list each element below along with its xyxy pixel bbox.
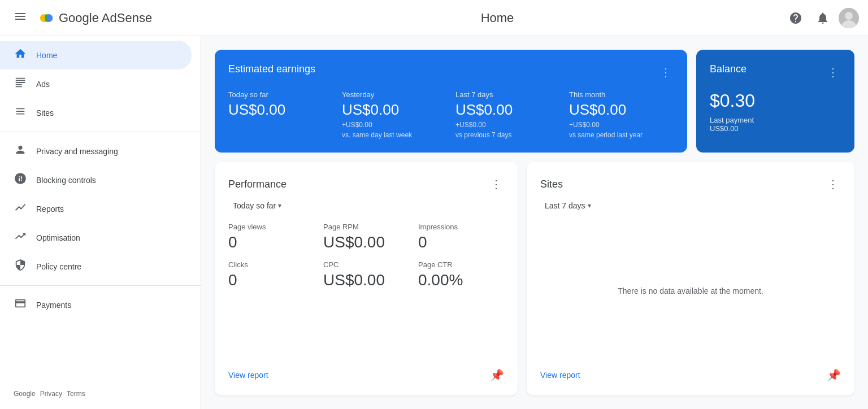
metric-impressions-value: 0 — [418, 233, 504, 251]
metric-impressions-label: Impressions — [418, 223, 504, 231]
metric-clicks-label: Clicks — [228, 260, 314, 269]
help-icon[interactable] — [784, 7, 807, 29]
earnings-yesterday-label: Yesterday — [342, 90, 446, 99]
sidebar-footer: Google Privacy Terms — [0, 383, 201, 404]
sidebar-item-reports-label: Reports — [36, 204, 64, 214]
earnings-col-7days: Last 7 days US$0.00 +US$0.00 vs previous… — [455, 90, 560, 139]
sidebar-divider-1 — [0, 132, 201, 132]
sites-icon — [14, 105, 27, 120]
earnings-yesterday-sub2: vs. same day last week — [342, 131, 446, 139]
earnings-month-sub2: vs same period last year — [569, 131, 674, 139]
sidebar-item-ads-label: Ads — [36, 80, 50, 89]
earnings-7days-sub1: +US$0.00 — [455, 121, 560, 129]
sidebar-item-optimisation[interactable]: Optimisation — [0, 223, 192, 252]
earnings-yesterday-sub1: +US$0.00 — [342, 121, 446, 129]
perf-more-button[interactable]: ⋮ — [488, 175, 504, 193]
reports-icon — [14, 201, 27, 216]
logo-text: Google AdSense — [59, 11, 152, 25]
earnings-card-title: Estimated earnings — [228, 63, 315, 75]
blocking-icon — [14, 172, 27, 188]
header-right — [784, 7, 859, 29]
menu-icon[interactable] — [9, 5, 32, 31]
perf-metrics-grid: Page views 0 Page RPM US$0.00 Impression… — [228, 223, 504, 289]
header-center: Home — [210, 11, 784, 25]
sidebar-item-policy-label: Policy centre — [36, 262, 81, 271]
sidebar-item-privacy-label: Privacy and messaging — [36, 147, 118, 156]
sidebar-item-home-label: Home — [36, 51, 57, 60]
metric-page-views-label: Page views — [228, 223, 314, 231]
sites-card-header: Sites ⋮ — [540, 175, 841, 193]
balance-card-header: Balance ⋮ — [710, 63, 841, 81]
logo: Google AdSense — [38, 10, 152, 26]
earnings-today-value: US$0.00 — [228, 101, 333, 119]
sidebar-item-optimisation-label: Optimisation — [36, 233, 80, 242]
footer-privacy-link[interactable]: Privacy — [40, 390, 62, 398]
earnings-card-header: Estimated earnings ⋮ — [228, 63, 674, 81]
performance-card: Performance ⋮ Today so far ▾ Page views … — [215, 162, 518, 395]
earnings-7days-label: Last 7 days — [455, 90, 560, 99]
policy-icon — [14, 259, 27, 274]
perf-period-label: Today so far — [233, 201, 276, 210]
svg-point-4 — [845, 12, 853, 20]
sites-period-dropdown[interactable]: Last 7 days ▾ — [540, 198, 841, 214]
sidebar-item-ads[interactable]: Ads — [0, 69, 192, 98]
sidebar-item-payments-label: Payments — [36, 301, 71, 310]
earnings-month-value: US$0.00 — [569, 101, 674, 119]
estimated-earnings-card: Estimated earnings ⋮ Today so far US$0.0… — [215, 50, 687, 153]
balance-card-title: Balance — [710, 63, 747, 75]
metric-cpc-value: US$0.00 — [323, 271, 409, 289]
perf-view-report-link[interactable]: View report — [228, 371, 268, 380]
sidebar-item-sites[interactable]: Sites — [0, 98, 192, 127]
optimisation-icon — [14, 230, 27, 245]
notifications-icon[interactable] — [811, 7, 834, 29]
sidebar-item-blocking-label: Blocking controls — [36, 176, 96, 185]
perf-pin-icon[interactable]: 📌 — [490, 368, 504, 382]
earnings-7days-sub2: vs previous 7 days — [455, 131, 560, 139]
avatar[interactable] — [839, 8, 859, 28]
metric-clicks-value: 0 — [228, 271, 314, 289]
header: Google AdSense Home — [0, 0, 868, 36]
perf-period-dropdown[interactable]: Today so far ▾ — [228, 198, 504, 214]
ads-icon — [14, 76, 27, 92]
sidebar-item-payments[interactable]: Payments — [0, 290, 192, 319]
sidebar-item-privacy-messaging[interactable]: Privacy and messaging — [0, 137, 192, 166]
bottom-cards-row: Performance ⋮ Today so far ▾ Page views … — [215, 162, 854, 395]
sidebar-item-home[interactable]: Home — [0, 41, 192, 69]
earnings-yesterday-value: US$0.00 — [342, 101, 446, 119]
footer-terms-link[interactable]: Terms — [67, 390, 85, 398]
sidebar-item-sites-label: Sites — [36, 108, 54, 118]
sites-card-title: Sites — [540, 179, 563, 190]
metric-impressions: Impressions 0 — [418, 223, 504, 251]
balance-value: $0.30 — [710, 90, 841, 111]
metric-page-ctr-label: Page CTR — [418, 260, 504, 269]
earnings-7days-value: US$0.00 — [455, 101, 560, 119]
metric-page-ctr-value: 0.00% — [418, 271, 504, 289]
balance-last-payment-value: US$0.00 — [710, 124, 841, 133]
footer-google: Google — [14, 390, 36, 398]
balance-more-button[interactable]: ⋮ — [825, 63, 841, 81]
earnings-month-sub1: +US$0.00 — [569, 121, 674, 129]
sidebar-item-blocking-controls[interactable]: Blocking controls — [0, 166, 192, 194]
metric-page-rpm-value: US$0.00 — [323, 233, 409, 251]
sidebar-item-policy-centre[interactable]: Policy centre — [0, 252, 192, 281]
sites-view-report-link[interactable]: View report — [540, 371, 580, 380]
top-cards-row: Estimated earnings ⋮ Today so far US$0.0… — [215, 50, 854, 153]
sites-period-label: Last 7 days — [545, 201, 585, 210]
home-icon — [14, 47, 27, 63]
sidebar-divider-2 — [0, 285, 201, 286]
earnings-today-label: Today so far — [228, 90, 333, 99]
sites-more-button[interactable]: ⋮ — [825, 175, 841, 193]
sidebar-item-reports[interactable]: Reports — [0, 194, 192, 223]
earnings-col-today: Today so far US$0.00 — [228, 90, 333, 139]
header-left: Google AdSense — [9, 5, 210, 31]
balance-card: Balance ⋮ $0.30 Last payment US$0.00 — [696, 50, 854, 153]
metric-page-rpm-label: Page RPM — [323, 223, 409, 231]
sites-pin-icon[interactable]: 📌 — [827, 368, 841, 382]
sidebar: Home Ads Sites — [0, 36, 201, 409]
earnings-col-month: This month US$0.00 +US$0.00 vs same peri… — [569, 90, 674, 139]
layout: Home Ads Sites — [0, 36, 868, 409]
earnings-more-button[interactable]: ⋮ — [658, 63, 674, 81]
metric-cpc-label: CPC — [323, 260, 409, 269]
sites-card-footer: View report 📌 — [540, 359, 841, 382]
perf-dropdown-arrow-icon: ▾ — [278, 202, 281, 210]
